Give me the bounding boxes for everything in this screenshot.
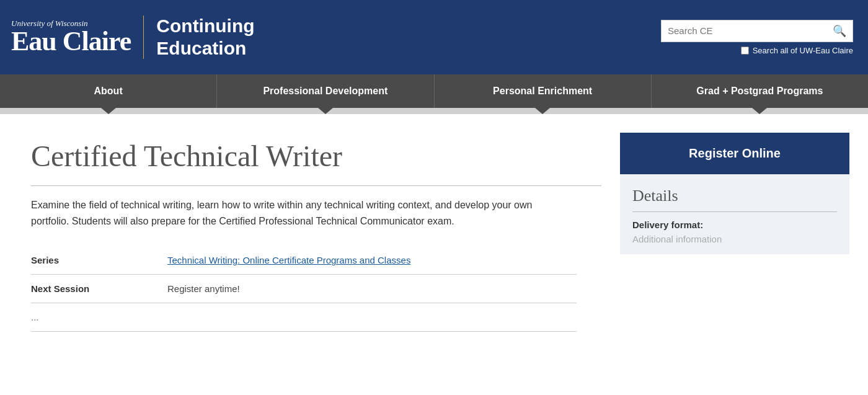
series-label: Series [31, 246, 167, 275]
details-box: Details Delivery format: Additional info… [620, 174, 849, 254]
placeholder-label: ... [31, 303, 167, 332]
main-content: Certified Technical Writer Examine the f… [0, 114, 868, 332]
next-session-label: Next Session [31, 275, 167, 303]
header-search-area: 🔍 Search all of UW-Eau Claire [661, 20, 853, 55]
next-session-row: Next Session Register anytime! [31, 275, 577, 303]
search-all-row: Search all of UW-Eau Claire [741, 46, 853, 55]
university-city: Eau Claire [11, 28, 131, 55]
nav-item-professional-development[interactable]: Professional Development [217, 74, 434, 108]
additional-info-label: Additional information [632, 234, 722, 244]
nav-item-about[interactable]: About [0, 74, 217, 108]
register-online-button[interactable]: Register Online [620, 133, 849, 174]
details-divider [632, 211, 837, 212]
info-table: Series Technical Writing: Online Certifi… [31, 246, 577, 332]
next-session-value: Register anytime! [167, 275, 577, 303]
nav-item-personal-enrichment[interactable]: Personal Enrichment [435, 74, 652, 108]
search-input[interactable] [668, 25, 833, 36]
nav-bottom-bar [0, 108, 868, 114]
series-link-cell: Technical Writing: Online Certificate Pr… [167, 246, 577, 275]
search-all-label: Search all of UW-Eau Claire [753, 46, 853, 55]
search-icon[interactable]: 🔍 [833, 24, 846, 38]
title-divider [31, 185, 601, 186]
page-description: Examine the field of technical writing, … [31, 197, 564, 229]
content-area: Certified Technical Writer Examine the f… [31, 133, 601, 332]
site-header: University of Wisconsin Eau Claire Conti… [0, 0, 868, 74]
logo-area: University of Wisconsin Eau Claire Conti… [11, 15, 255, 60]
series-row: Series Technical Writing: Online Certifi… [31, 246, 577, 275]
main-nav: About Professional Development Personal … [0, 74, 868, 108]
search-all-checkbox[interactable] [741, 47, 749, 55]
header-divider [143, 16, 144, 59]
sidebar: Register Online Details Delivery format:… [620, 133, 849, 332]
university-name: University of Wisconsin Eau Claire [11, 19, 131, 56]
nav-item-grad-programs[interactable]: Grad + Postgrad Programs [652, 74, 868, 108]
additional-info-row: Additional information [632, 234, 837, 244]
details-title: Details [632, 187, 837, 205]
search-box[interactable]: 🔍 [661, 20, 853, 42]
page-title: Certified Technical Writer [31, 139, 601, 173]
placeholder-row: ... [31, 303, 577, 332]
delivery-format-row: Delivery format: [632, 220, 837, 230]
continuing-education-title: ContinuingEducation [156, 15, 254, 60]
delivery-format-label: Delivery format: [632, 220, 703, 230]
series-link[interactable]: Technical Writing: Online Certificate Pr… [167, 255, 410, 265]
